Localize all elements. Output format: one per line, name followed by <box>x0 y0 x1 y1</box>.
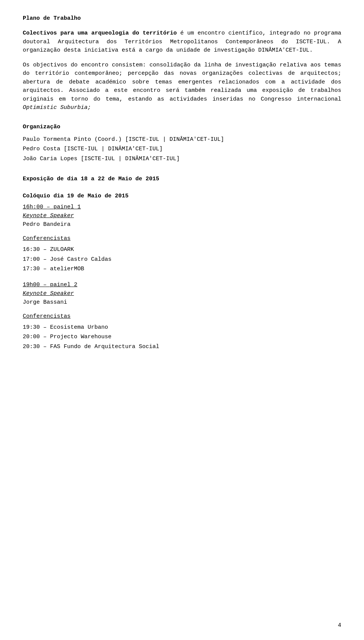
expo-section: Exposição de dia 18 a 22 de Maio de 2015 <box>23 176 341 182</box>
painel-2-heading: 19h00 – painel 2 <box>23 282 341 288</box>
conf-1-line-1: 16:30 – ZULOARK <box>23 245 341 255</box>
painel-1-block: 16h:00 – painel 1 Keynote Speaker Pedro … <box>23 204 341 228</box>
coloquio-section: Colóquio dia 19 de Maio de 2015 16h:00 –… <box>23 193 341 352</box>
objectives-paragraph: Os objectivos do encontro consistem: con… <box>23 61 341 112</box>
speaker-1-name: Pedro Bandeira <box>23 221 341 228</box>
conf-1-line-2: 17:00 – José Castro Caldas <box>23 255 341 265</box>
intro-bold-text: Colectivos para uma arqueologia do terri… <box>23 30 177 36</box>
conf-1-line-3: 17:30 – atelierMOB <box>23 264 341 274</box>
conferencistas-1-block: Conferencistas 16:30 – ZULOARK 17:00 – J… <box>23 235 341 274</box>
objectives-text: Os objectivos do encontro consistem: con… <box>23 62 341 102</box>
page-title: Plano de Trabalho <box>23 15 341 22</box>
conferencistas-1-heading: Conferencistas <box>23 235 341 242</box>
keynote-2-label: Keynote Speaker <box>23 290 341 297</box>
organiz-section: Organização Paulo Tormenta Pinto (Coord.… <box>23 124 341 164</box>
org-line-3: João Caria Lopes [ISCTE-IUL | DINÂMIA'CE… <box>23 154 341 164</box>
coloquio-heading: Colóquio dia 19 de Maio de 2015 <box>23 193 341 199</box>
expo-heading: Exposição de dia 18 a 22 de Maio de 2015 <box>23 176 341 182</box>
keynote-1-label: Keynote Speaker <box>23 213 341 219</box>
conf-2-line-2: 20:00 – Projecto Warehouse <box>23 332 341 342</box>
speaker-2-name: Jorge Bassani <box>23 299 341 306</box>
painel-2-block: 19h00 – painel 2 Keynote Speaker Jorge B… <box>23 282 341 306</box>
painel-1-heading: 16h:00 – painel 1 <box>23 204 341 210</box>
objectives-italic-text: Optimistic Suburbia; <box>23 104 91 111</box>
conf-2-line-1: 19:30 – Ecosistema Urbano <box>23 323 341 333</box>
org-line-1: Paulo Tormenta Pinto (Coord.) [ISCTE-IUL… <box>23 135 341 145</box>
organiz-heading: Organização <box>23 124 341 130</box>
conferencistas-2-heading: Conferencistas <box>23 313 341 320</box>
conf-2-line-3: 20:30 – FAS Fundo de Arquitectura Social <box>23 342 341 352</box>
conferencistas-2-block: Conferencistas 19:30 – Ecosistema Urbano… <box>23 313 341 352</box>
page-number: 4 <box>338 622 341 629</box>
intro-paragraph: Colectivos para uma arqueologia do terri… <box>23 29 341 55</box>
org-line-2: Pedro Costa [ISCTE-IUL | DINÂMIA'CET-IUL… <box>23 144 341 154</box>
